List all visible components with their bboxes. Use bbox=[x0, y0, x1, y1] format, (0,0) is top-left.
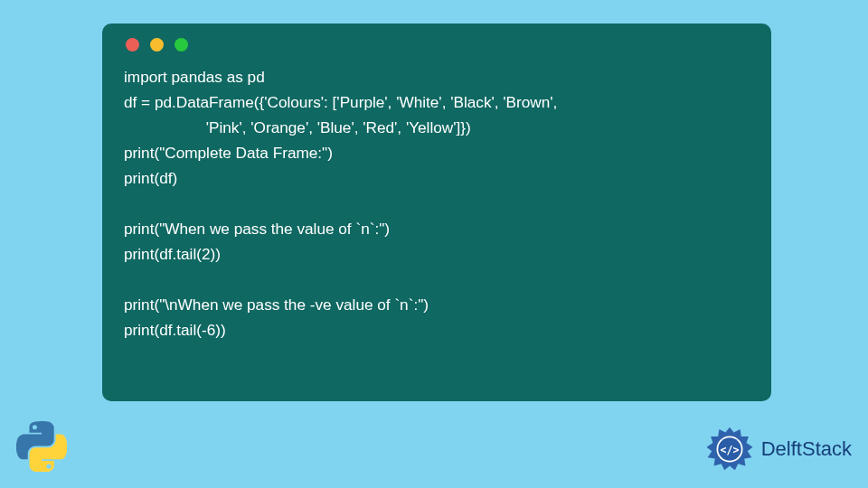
delftstack-label: DelftStack bbox=[761, 437, 852, 461]
code-line: print("When we pass the value of `n`:") bbox=[124, 220, 390, 238]
code-block: import pandas as pd df = pd.DataFrame({'… bbox=[124, 64, 750, 343]
code-window: import pandas as pd df = pd.DataFrame({'… bbox=[102, 23, 771, 401]
code-line: 'Pink', 'Orange', 'Blue', 'Red', 'Yellow… bbox=[124, 118, 471, 136]
python-icon bbox=[16, 421, 67, 475]
code-line: print("Complete Data Frame:") bbox=[124, 144, 333, 162]
window-controls bbox=[124, 38, 750, 52]
gear-code-icon: </> bbox=[703, 423, 756, 475]
close-icon[interactable] bbox=[126, 38, 139, 52]
maximize-icon[interactable] bbox=[175, 38, 188, 52]
code-line: print(df) bbox=[124, 169, 177, 187]
delftstack-logo: </> DelftStack bbox=[703, 423, 852, 475]
minimize-icon[interactable] bbox=[150, 38, 164, 52]
code-line: print(df.tail(2)) bbox=[124, 245, 221, 263]
code-line: df = pd.DataFrame({'Colours': ['Purple',… bbox=[124, 93, 557, 111]
svg-text:</>: </> bbox=[720, 444, 739, 456]
code-line: import pandas as pd bbox=[124, 68, 265, 86]
code-line: print(df.tail(-6)) bbox=[124, 321, 226, 339]
code-line: print("\nWhen we pass the -ve value of `… bbox=[124, 296, 429, 314]
